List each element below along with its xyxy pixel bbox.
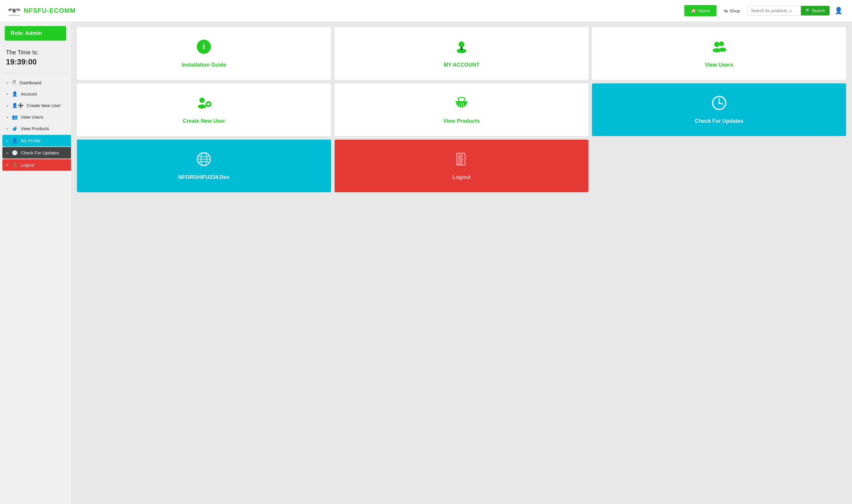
sidebar-item-check-for-updates[interactable]: – 🕐 Check For Updates <box>2 147 73 159</box>
sidebar-item-view-users[interactable]: – 👥 View Users <box>0 111 71 123</box>
view-products-card-icon <box>454 95 469 114</box>
search-button-label: Search <box>812 8 825 13</box>
logout-icon: 🚪 <box>12 162 18 168</box>
svg-point-10 <box>719 41 724 46</box>
globe-icon <box>196 151 212 170</box>
card-nforshifu-dev[interactable]: NFORSHIFU234.Dev <box>77 140 331 192</box>
shop-button[interactable]: 🛍 Shop <box>719 5 745 16</box>
user-profile-button[interactable]: 👤 <box>832 6 845 16</box>
search-input[interactable] <box>747 6 801 15</box>
time-value: 19:39:00 <box>6 56 65 67</box>
home-label: Home <box>698 8 710 13</box>
home-button[interactable]: 🏠 Home <box>684 5 717 16</box>
sidebar-item-view-users-label: View Users <box>21 114 43 120</box>
card-my-account-label: MY ACCOUNT <box>443 62 479 68</box>
logo-icon: NFORSHIFU234 <box>7 5 21 17</box>
svg-line-20 <box>463 103 464 107</box>
card-installation-guide[interactable]: i Installation Guide <box>77 27 331 80</box>
card-create-new-user[interactable]: Create New User <box>77 84 331 136</box>
card-my-account[interactable]: MY ACCOUNT <box>334 27 589 80</box>
sidebar-item-view-products-label: View Products <box>21 126 49 131</box>
svg-point-1 <box>13 8 16 13</box>
svg-rect-7 <box>460 47 463 50</box>
card-logout-label: Logout <box>453 174 471 180</box>
search-icon: 🔍 <box>805 8 811 13</box>
view-products-icon: 🧳 <box>12 126 18 131</box>
dashboard-grid: i Installation Guide MY ACCOUNT <box>77 27 846 192</box>
role-badge: Role: Admin <box>5 26 66 40</box>
header-nav: 🏠 Home 🛍 Shop 🔍 Search 👤 <box>684 5 845 16</box>
card-view-products-label: View Products <box>443 118 480 124</box>
sidebar-item-my-profile[interactable]: – 👤 My Profile <box>2 135 73 146</box>
create-new-user-card-icon <box>196 95 212 114</box>
time-section: The Time Is: 19:39:00 <box>0 45 71 72</box>
sidebar-item-account[interactable]: – 👤 Account <box>0 88 71 100</box>
svg-rect-17 <box>456 101 467 103</box>
sidebar-nav: – ⏱ Dashboard – 👤 Account – 👤➕ Create Ne… <box>0 77 71 174</box>
time-label: The Time Is: <box>6 48 65 56</box>
card-installation-guide-label: Installation Guide <box>182 62 226 68</box>
door-icon <box>454 151 469 170</box>
view-users-card-icon <box>710 39 728 58</box>
home-icon: 🏠 <box>691 8 696 13</box>
svg-rect-31 <box>463 155 464 165</box>
info-icon: i <box>196 39 212 58</box>
card-view-products[interactable]: View Products <box>334 84 589 136</box>
sidebar-item-my-profile-label: My Profile <box>21 138 40 143</box>
main-content: i Installation Guide MY ACCOUNT <box>71 21 852 504</box>
my-account-icon <box>454 39 469 58</box>
svg-point-8 <box>714 42 720 47</box>
brand-name: NFSFU-ECOMM <box>24 7 76 15</box>
my-profile-icon: 👤 <box>12 138 18 143</box>
svg-text:i: i <box>203 42 205 51</box>
svg-line-24 <box>719 103 723 104</box>
card-nforshifu-dev-label: NFORSHIFU234.Dev <box>178 174 230 180</box>
svg-point-11 <box>719 48 726 52</box>
check-updates-icon: 🕐 <box>12 150 18 156</box>
card-check-for-updates[interactable]: Check For Updates <box>592 84 846 136</box>
sidebar-divider <box>5 73 66 73</box>
logo: NFORSHIFU234 NFSFU-ECOMM <box>7 5 76 17</box>
card-view-users[interactable]: View Users <box>592 27 846 80</box>
search-bar: 🔍 Search <box>747 6 830 16</box>
create-user-icon: 👤➕ <box>12 103 24 108</box>
svg-rect-16 <box>208 103 209 106</box>
card-check-for-updates-label: Check For Updates <box>695 118 743 124</box>
sidebar-item-check-for-updates-label: Check For Updates <box>21 150 59 155</box>
search-button[interactable]: 🔍 Search <box>801 6 830 15</box>
sidebar-item-create-new-user-label: Create New User <box>26 103 61 108</box>
sidebar-item-dashboard[interactable]: – ⏱ Dashboard <box>0 77 71 88</box>
view-users-icon: 👥 <box>12 114 18 120</box>
user-icon: 👤 <box>835 7 842 14</box>
sidebar-item-create-new-user[interactable]: – 👤➕ Create New User <box>0 100 71 111</box>
sidebar-item-logout-label: Logout <box>21 162 34 167</box>
account-icon: 👤 <box>12 91 18 97</box>
shop-icon: 🛍 <box>724 8 728 13</box>
svg-point-12 <box>199 97 205 103</box>
sidebar-item-account-label: Account <box>21 91 37 96</box>
header: NFORSHIFU234 NFSFU-ECOMM 🏠 Home 🛍 Shop 🔍… <box>0 0 852 21</box>
sidebar-item-view-products[interactable]: – 🧳 View Products <box>0 123 71 134</box>
dashboard-icon: ⏱ <box>12 80 17 85</box>
card-create-new-user-label: Create New User <box>183 118 225 124</box>
svg-line-18 <box>459 103 460 107</box>
sidebar-item-logout[interactable]: – 🚪 Logout <box>2 159 73 171</box>
sidebar: Role: Admin The Time Is: 19:39:00 – ⏱ Da… <box>0 21 71 504</box>
sidebar-item-dashboard-label: Dashboard <box>19 80 41 85</box>
main-layout: Role: Admin The Time Is: 19:39:00 – ⏱ Da… <box>0 21 852 504</box>
shop-label: Shop <box>730 8 740 13</box>
svg-point-13 <box>198 104 206 109</box>
svg-point-5 <box>458 41 465 47</box>
card-logout[interactable]: Logout <box>334 140 589 192</box>
check-updates-card-icon <box>711 95 727 114</box>
svg-text:NFORSHIFU234: NFORSHIFU234 <box>8 15 20 16</box>
card-view-users-label: View Users <box>705 62 733 68</box>
